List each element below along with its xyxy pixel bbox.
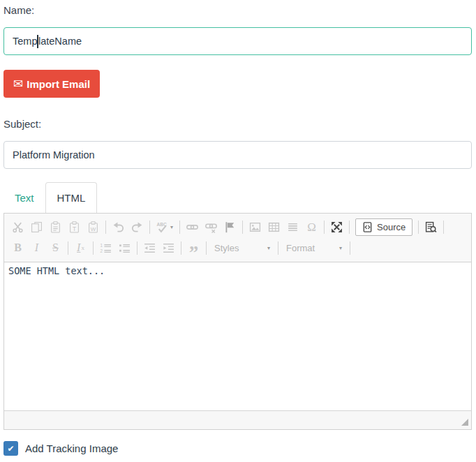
subject-input[interactable] [3, 141, 472, 169]
tab-text[interactable]: Text [3, 182, 45, 213]
name-value-before-caret: Temp [13, 36, 37, 47]
italic-icon[interactable]: I [27, 238, 46, 258]
format-dropdown[interactable]: Format ▾ [281, 243, 347, 253]
svg-text:W: W [91, 225, 96, 232]
blockquote-icon[interactable]: ” [184, 238, 203, 258]
toolbar-separator [278, 241, 278, 255]
editor-mode-tabs: Text HTML [3, 182, 472, 213]
source-button[interactable]: Source [355, 218, 412, 236]
check-icon: ✔ [7, 444, 14, 454]
increase-indent-icon[interactable] [159, 238, 178, 258]
toolbar-separator [443, 221, 444, 234]
toolbar-row-2: B I S Ix 12 [8, 238, 467, 258]
remove-format-icon[interactable]: Ix [71, 238, 90, 258]
toolbar-separator [137, 241, 137, 255]
cut-icon[interactable] [8, 217, 27, 237]
bulleted-list-icon[interactable] [115, 238, 134, 258]
toolbar-separator [324, 221, 325, 234]
add-tracking-image-label: Add Tracking Image [25, 442, 118, 454]
redo-icon[interactable] [128, 217, 147, 237]
toolbar-separator [181, 241, 181, 255]
chevron-down-icon: ▾ [267, 245, 270, 251]
maximize-icon[interactable] [327, 217, 346, 237]
link-icon[interactable] [183, 217, 202, 237]
spell-check-icon[interactable]: ABC ▾ [153, 217, 177, 237]
name-input[interactable]: TemplateName [3, 27, 472, 55]
svg-text:2: 2 [101, 248, 103, 253]
editor-toolbar: T W ABC ▾ [4, 214, 471, 262]
svg-text:T: T [73, 225, 76, 232]
tracking-image-row: ✔ Add Tracking Image [3, 441, 472, 456]
unlink-icon[interactable] [202, 217, 221, 237]
paste-from-word-icon[interactable]: W [84, 217, 103, 237]
strikethrough-icon[interactable]: S [46, 238, 65, 258]
chevron-down-icon: ▾ [339, 245, 342, 251]
source-code-icon [362, 222, 373, 232]
toolbar-separator [206, 241, 207, 255]
toolbar-separator [179, 221, 180, 234]
special-character-icon[interactable]: Ω [302, 217, 321, 237]
paste-icon[interactable] [46, 217, 65, 237]
preview-icon[interactable] [422, 217, 440, 237]
toolbar-separator [149, 221, 150, 234]
name-value-after-caret: lateName [38, 36, 82, 47]
toolbar-separator [418, 221, 419, 234]
copy-icon[interactable] [27, 217, 46, 237]
svg-text:1: 1 [101, 242, 103, 247]
toolbar-row-1: T W ABC ▾ [8, 217, 467, 237]
undo-icon[interactable] [109, 217, 128, 237]
numbered-list-icon[interactable]: 12 [96, 238, 115, 258]
name-label: Name: [3, 4, 472, 16]
image-icon[interactable] [246, 217, 265, 237]
styles-dropdown[interactable]: Styles ▾ [209, 243, 275, 253]
envelope-icon: ✉ [13, 78, 23, 90]
toolbar-separator [349, 221, 350, 234]
format-dropdown-label: Format [286, 243, 315, 253]
import-email-label: Import Email [27, 78, 90, 90]
toolbar-separator [242, 221, 243, 234]
anchor-icon[interactable] [221, 217, 239, 237]
html-source-textarea[interactable]: SOME HTML text... [4, 262, 471, 410]
toolbar-separator [93, 241, 94, 255]
remove-format-sub: x [81, 245, 84, 251]
bold-icon[interactable]: B [8, 238, 27, 258]
paste-plain-text-icon[interactable]: T [65, 217, 84, 237]
toolbar-separator [105, 221, 106, 234]
tab-html[interactable]: HTML [45, 182, 98, 213]
add-tracking-image-checkbox[interactable]: ✔ [3, 441, 18, 456]
styles-dropdown-label: Styles [214, 243, 239, 253]
subject-label: Subject: [3, 118, 472, 130]
horizontal-line-icon[interactable] [283, 217, 302, 237]
email-template-form: Name: TemplateName ✉ Import Email Subjec… [0, 0, 476, 462]
remove-format-letter: I [77, 242, 80, 253]
import-email-button[interactable]: ✉ Import Email [3, 70, 100, 98]
toolbar-separator [350, 241, 350, 255]
chevron-down-icon: ▾ [170, 224, 173, 230]
resize-handle[interactable] [461, 419, 468, 426]
decrease-indent-icon[interactable] [140, 238, 159, 258]
editor-bottom-bar [4, 410, 471, 429]
toolbar-separator [68, 241, 68, 255]
rich-text-editor: T W ABC ▾ [3, 213, 472, 430]
table-icon[interactable] [265, 217, 283, 237]
source-button-label: Source [377, 222, 406, 232]
